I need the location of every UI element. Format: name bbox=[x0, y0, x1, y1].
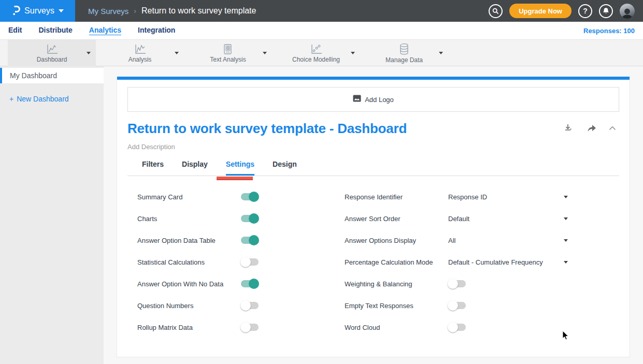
answer-option-no-data-toggle[interactable] bbox=[241, 280, 259, 287]
chevron-up-icon bbox=[609, 126, 616, 130]
share-icon bbox=[587, 124, 596, 132]
toolbar-item-label: Analysis bbox=[128, 56, 152, 63]
dashboard-actions bbox=[564, 121, 616, 133]
toolbar-item-label: Choice Modelling bbox=[292, 56, 340, 63]
chevron-down-icon[interactable] bbox=[564, 261, 568, 264]
setting-row-answer-options-display: Answer Options Display All bbox=[345, 229, 568, 251]
toolbar-item-choice-modelling[interactable]: Choice Modelling bbox=[272, 40, 360, 66]
product-switcher[interactable]: Surveys bbox=[0, 0, 75, 22]
settings-tab-highlight-marker bbox=[217, 177, 253, 180]
chevron-down-icon[interactable] bbox=[351, 52, 355, 54]
setting-row-rollup-matrix-data: Rollup Matrix Data bbox=[137, 316, 345, 338]
empty-text-responses-toggle[interactable] bbox=[448, 302, 466, 309]
chevron-down-icon[interactable] bbox=[87, 52, 91, 54]
share-button[interactable] bbox=[587, 124, 596, 132]
statistical-calculations-toggle[interactable] bbox=[241, 258, 259, 266]
settings-panel: Summary Card Charts Answer Option Data T… bbox=[117, 186, 630, 338]
analytics-toolbar: Dashboard Analysis bbox=[0, 40, 643, 66]
new-dashboard-button[interactable]: + New Dashboard bbox=[9, 95, 69, 103]
weighting-balancing-toggle[interactable] bbox=[448, 280, 466, 287]
toolbar-item-label: Dashboard bbox=[37, 56, 67, 63]
plus-icon: + bbox=[9, 95, 13, 103]
scatter-chart-icon bbox=[309, 43, 323, 55]
nav-item-distribute[interactable]: Distribute bbox=[38, 26, 72, 35]
add-logo-dropzone[interactable]: Add Logo bbox=[127, 87, 619, 112]
response-identifier-select[interactable]: Response ID bbox=[448, 193, 564, 201]
charts-toggle[interactable] bbox=[241, 215, 259, 222]
responses-count: Responses: 100 bbox=[583, 27, 635, 35]
bell-icon bbox=[603, 7, 609, 14]
add-logo-label: Add Logo bbox=[365, 96, 394, 104]
survey-section-nav: Edit Distribute Analytics Integration Re… bbox=[0, 22, 643, 40]
user-avatar[interactable] bbox=[620, 4, 635, 19]
toolbar-item-analysis[interactable]: Analysis bbox=[96, 40, 184, 66]
word-cloud-toggle[interactable] bbox=[448, 324, 466, 331]
settings-dropdown-column: Response Identifier Response ID Answer S… bbox=[345, 186, 568, 338]
tab-filters[interactable]: Filters bbox=[142, 160, 164, 176]
rollup-matrix-data-toggle[interactable] bbox=[241, 324, 259, 331]
breadcrumb: My Surveys › Return to work survey templ… bbox=[88, 6, 489, 16]
image-icon bbox=[353, 95, 361, 104]
collapse-button[interactable] bbox=[609, 126, 616, 130]
answer-option-data-table-toggle[interactable] bbox=[241, 237, 259, 244]
toolbar-item-text-analysis[interactable]: Text Analysis bbox=[184, 40, 272, 66]
app-window: Surveys My Surveys › Return to work surv… bbox=[0, 0, 643, 364]
toolbar-item-manage-data[interactable]: Manage Data bbox=[360, 40, 448, 66]
setting-row-answer-sort-order: Answer Sort Order Default bbox=[345, 208, 568, 229]
breadcrumb-current-page: Return to work survey template bbox=[141, 6, 256, 16]
help-button[interactable]: ? bbox=[578, 4, 592, 18]
answer-options-display-select[interactable]: All bbox=[448, 237, 564, 244]
download-button[interactable] bbox=[564, 124, 575, 133]
setting-row-summary-card: Summary Card bbox=[137, 186, 345, 208]
dashboard-tabs: Filters Display Settings Design bbox=[127, 160, 619, 176]
questionpro-logo-icon bbox=[11, 4, 20, 18]
chevron-down-icon[interactable] bbox=[564, 196, 568, 198]
product-name: Surveys bbox=[24, 6, 54, 16]
sidebar-item-my-dashboard[interactable]: My Dashboard bbox=[0, 68, 104, 83]
chevron-down-icon[interactable] bbox=[175, 52, 179, 54]
setting-row-question-numbers: Question Numbers bbox=[137, 295, 345, 316]
notifications-button[interactable] bbox=[599, 4, 613, 18]
setting-row-statistical-calculations: Statistical Calculations bbox=[137, 251, 345, 273]
dashboard-title[interactable]: Return to work survey template - Dashboa… bbox=[127, 121, 407, 137]
dashboard-card: Add Logo Return to work survey template … bbox=[117, 77, 630, 357]
chevron-down-icon[interactable] bbox=[439, 52, 443, 54]
breadcrumb-my-surveys[interactable]: My Surveys bbox=[88, 7, 128, 16]
card-accent-bar bbox=[117, 77, 630, 80]
setting-row-charts: Charts bbox=[137, 208, 345, 229]
breadcrumb-separator-icon: › bbox=[134, 7, 136, 15]
chevron-down-icon[interactable] bbox=[564, 217, 568, 220]
upgrade-now-button[interactable]: Upgrade Now bbox=[509, 4, 571, 18]
add-description-placeholder[interactable]: Add Description bbox=[127, 143, 619, 151]
chevron-down-icon[interactable] bbox=[564, 239, 568, 242]
tab-settings[interactable]: Settings bbox=[226, 160, 254, 176]
dashboard-main-area: Add Logo Return to work survey template … bbox=[104, 66, 643, 364]
tab-display[interactable]: Display bbox=[182, 160, 208, 176]
toolbar-item-dashboard[interactable]: Dashboard bbox=[8, 40, 96, 66]
chevron-down-icon bbox=[59, 9, 64, 12]
answer-sort-order-select[interactable]: Default bbox=[448, 215, 564, 223]
setting-row-answer-option-data-table: Answer Option Data Table bbox=[137, 229, 345, 251]
header-actions: Upgrade Now ? bbox=[489, 4, 635, 19]
question-numbers-toggle[interactable] bbox=[241, 302, 259, 309]
nav-item-edit[interactable]: Edit bbox=[8, 26, 22, 35]
setting-row-answer-option-no-data: Answer Option With No Data bbox=[137, 273, 345, 295]
settings-toggle-column: Summary Card Charts Answer Option Data T… bbox=[137, 186, 345, 338]
chevron-down-icon[interactable] bbox=[263, 52, 267, 54]
setting-row-empty-text-responses: Empty Text Responses bbox=[345, 295, 568, 316]
setting-row-weighting-balancing: Weighting & Balancing bbox=[345, 273, 568, 295]
nav-item-integration[interactable]: Integration bbox=[138, 26, 175, 35]
setting-row-word-cloud: Word Cloud bbox=[345, 316, 568, 338]
search-button[interactable] bbox=[489, 4, 503, 18]
nav-item-analytics[interactable]: Analytics bbox=[89, 26, 121, 35]
line-chart-icon bbox=[45, 43, 59, 55]
tab-design[interactable]: Design bbox=[273, 160, 297, 176]
toolbar-item-label: Text Analysis bbox=[210, 56, 246, 63]
search-icon bbox=[492, 8, 499, 14]
new-dashboard-label: New Dashboard bbox=[17, 95, 68, 103]
summary-card-toggle[interactable] bbox=[241, 193, 259, 200]
toolbar-item-label: Manage Data bbox=[385, 56, 423, 64]
top-header-bar: Surveys My Surveys › Return to work surv… bbox=[0, 0, 643, 22]
text-document-grid-icon bbox=[222, 43, 234, 55]
percentage-calculation-mode-select[interactable]: Default - Cumulative Frequency bbox=[448, 258, 564, 266]
